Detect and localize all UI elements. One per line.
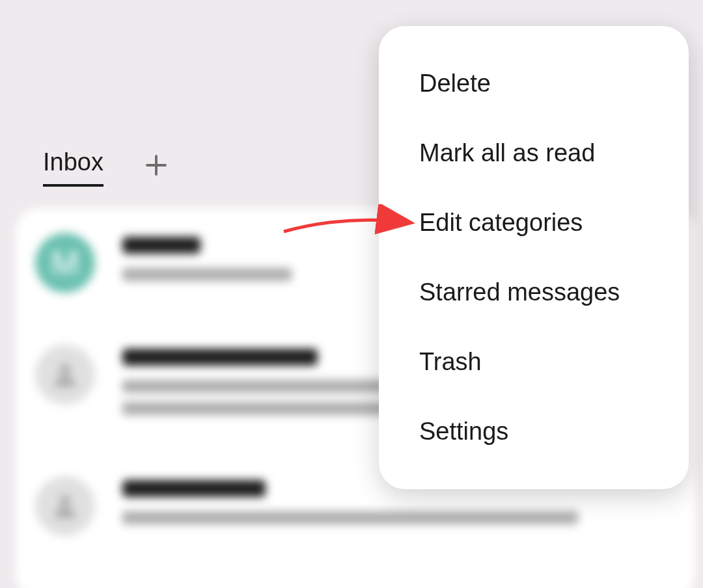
avatar: [35, 345, 95, 405]
avatar: M: [35, 233, 95, 293]
svg-point-2: [60, 364, 70, 375]
menu-item-mark-all-read[interactable]: Mark all as read: [379, 118, 689, 188]
svg-point-3: [60, 496, 70, 506]
avatar-letter: M: [51, 243, 79, 282]
category-tabs: Inbox: [43, 148, 170, 187]
add-category-button[interactable]: [143, 152, 170, 179]
menu-item-settings[interactable]: Settings: [379, 397, 689, 466]
menu-item-starred[interactable]: Starred messages: [379, 258, 689, 327]
avatar: [35, 476, 95, 536]
menu-item-delete[interactable]: Delete: [379, 49, 689, 118]
menu-item-trash[interactable]: Trash: [379, 327, 689, 397]
person-icon: [49, 490, 81, 522]
tab-inbox[interactable]: Inbox: [43, 148, 103, 187]
overflow-menu: Delete Mark all as read Edit categories …: [379, 26, 689, 489]
person-icon: [49, 359, 81, 390]
menu-item-edit-categories[interactable]: Edit categories: [379, 188, 689, 258]
